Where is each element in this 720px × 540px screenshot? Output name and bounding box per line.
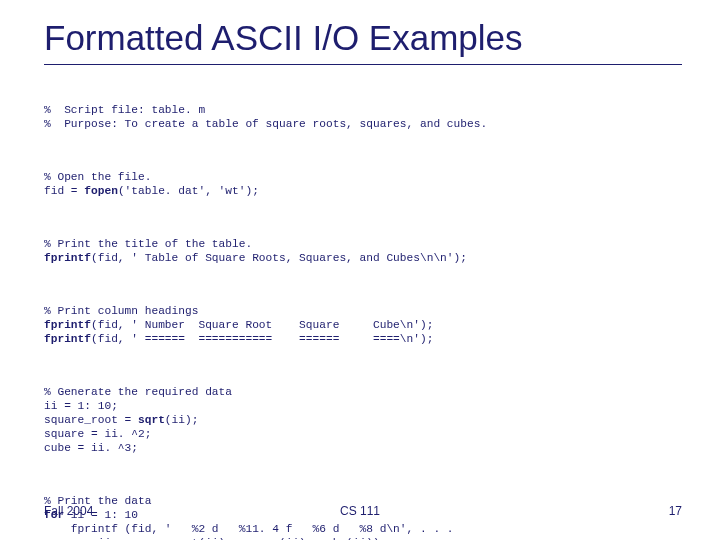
code-keyword: fprintf (44, 333, 91, 345)
code-block: % Script file: table. m % Purpose: To cr… (44, 75, 682, 540)
slide-title: Formatted ASCII I/O Examples (44, 18, 682, 58)
code-line: % Open the file. (44, 171, 151, 183)
title-underline (44, 64, 682, 65)
code-keyword: fopen (84, 185, 118, 197)
code-line: square = ii. ^2; (44, 428, 151, 440)
code-line: ii = 1: 10; (44, 400, 118, 412)
code-line: % Generate the required data (44, 386, 232, 398)
code-line: square_root = (44, 414, 138, 426)
code-line: fprintf (44, 523, 125, 535)
code-line: % Print the title of the table. (44, 238, 252, 250)
slide-footer: Fall 2004 CS 111 17 (0, 504, 720, 518)
code-line: (fid, ' Table of Square Roots, Squares, … (91, 252, 467, 264)
code-line: ('table. dat', 'wt'); (118, 185, 259, 197)
code-keyword: fprintf (44, 319, 91, 331)
code-line: fid = (44, 185, 84, 197)
code-line: % Print column headings (44, 305, 198, 317)
code-line: cube = ii. ^3; (44, 442, 138, 454)
footer-right: 17 (669, 504, 682, 518)
code-line: (ii); (165, 414, 199, 426)
footer-center: CS 111 (340, 504, 380, 518)
code-line: (fid, ' %2 d %11. 4 f %6 d %8 d\n', . . … (125, 523, 454, 535)
code-line: (fid, ' ====== =========== ====== ====\n… (91, 333, 433, 345)
code-line: (fid, ' Number Square Root Square Cube\n… (91, 319, 433, 331)
code-line: % Purpose: To create a table of square r… (44, 118, 487, 130)
code-keyword: sqrt (138, 414, 165, 426)
code-line: % Script file: table. m (44, 104, 205, 116)
code-keyword: fprintf (44, 252, 91, 264)
footer-left: Fall 2004 (44, 504, 93, 518)
